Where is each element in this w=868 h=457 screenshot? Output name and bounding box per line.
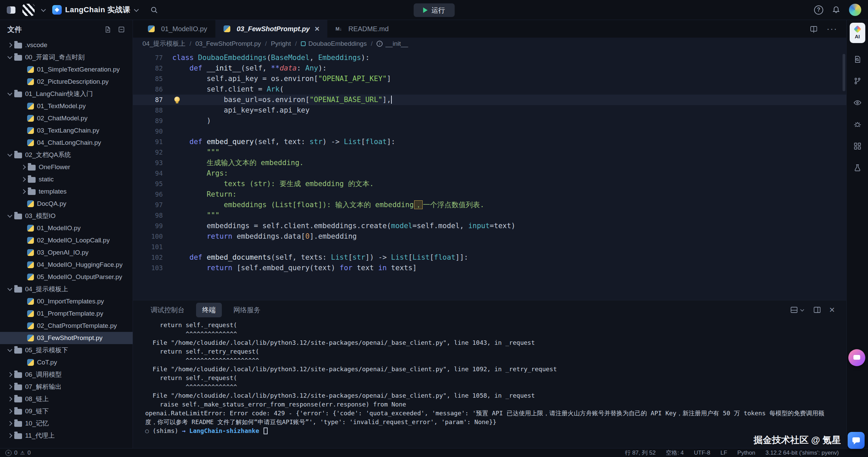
tree-file[interactable]: 03_TextLangChain.py [0, 124, 133, 137]
tree-folder[interactable]: 09_链下 [0, 405, 133, 417]
tab-01_ModelIO.py[interactable]: 01_ModelIO.py [140, 20, 215, 38]
tree-file[interactable]: 02_ChatModel.py [0, 112, 133, 124]
code-line-97[interactable]: 97 embeddings (List[float]): 输入文本的 embed… [133, 200, 846, 210]
breadcrumb-item[interactable]: 04_提示模板上 [142, 39, 186, 48]
code-editor[interactable]: 77class DoubaoEmbeddings(BaseModel, Embe… [133, 50, 846, 300]
new-file-icon[interactable] [104, 26, 112, 33]
tree-file[interactable]: 05_ModelIO_OutputParser.py [0, 271, 133, 283]
tree-file[interactable]: DocQA.py [0, 198, 133, 210]
code-line-98[interactable]: 98 """ [133, 210, 846, 221]
code-line-92[interactable]: 92 """ [133, 147, 846, 158]
trae-logo[interactable] [22, 4, 35, 16]
tree-folder[interactable]: 02_文档QA系统 [0, 149, 133, 161]
code-line-101[interactable]: 101 [133, 242, 846, 252]
tree-file[interactable]: 03_OpenAI_IO.py [0, 246, 133, 259]
tree-folder[interactable]: 05_提示模板下 [0, 344, 133, 356]
tree-folder[interactable]: 01_LangChain快速入门 [0, 88, 133, 100]
tree-folder[interactable]: 03_模型IO [0, 210, 133, 222]
search-icon[interactable] [150, 6, 158, 14]
tree-folder[interactable]: 08_链上 [0, 393, 133, 405]
panel-layout-icon[interactable] [790, 306, 805, 314]
code-line-82[interactable]: 82 def __init__(self, **data: Any): [133, 63, 846, 74]
tree-file[interactable]: 02_ModelIO_LoopCall.py [0, 234, 133, 246]
doc-search-icon[interactable] [850, 52, 865, 67]
status-item[interactable]: 3.12.2 64-bit ('shims': pyenv) [766, 450, 839, 456]
panel-tab-调试控制台[interactable]: 调试控制台 [144, 303, 191, 317]
notifications-icon[interactable] [832, 5, 840, 15]
collapse-folders-icon[interactable] [118, 26, 125, 33]
code-line-77[interactable]: 77class DoubaoEmbeddings(BaseModel, Embe… [133, 53, 846, 63]
editor-scrollbar[interactable] [843, 54, 845, 91]
code-line-89[interactable]: 89 ) [133, 116, 846, 126]
status-item[interactable]: 空格: 4 [666, 449, 684, 457]
code-line-96[interactable]: 96 Return: [133, 189, 846, 200]
breadcrumb-item[interactable]: __init__ [377, 40, 408, 47]
tests-icon[interactable] [850, 160, 865, 175]
status-item[interactable]: Python [737, 450, 755, 456]
breadcrumb-item[interactable]: Pyright [271, 40, 291, 47]
close-panel-icon[interactable]: × [829, 305, 835, 315]
code-line-100[interactable]: 100 return embeddings.data[0].embedding [133, 231, 846, 242]
code-line-91[interactable]: 91 def embed_query(self, text: str) -> L… [133, 137, 846, 147]
split-editor-icon[interactable] [810, 25, 818, 33]
sidebar-toggle-icon[interactable] [6, 5, 16, 15]
debug-icon[interactable] [850, 117, 865, 132]
lightbulb-icon[interactable] [174, 97, 180, 102]
tree-file[interactable]: 04_ModelIO_HuggingFace.py [0, 259, 133, 271]
tree-file[interactable]: 03_FewShotPrompt.py [0, 332, 133, 344]
code-line-102[interactable]: 102 def embed_documents(self, texts: Lis… [133, 252, 846, 263]
run-button[interactable]: 运行 [413, 3, 455, 17]
tree-folder[interactable]: 06_调用模型 [0, 369, 133, 381]
chevron-down-icon[interactable] [41, 7, 46, 13]
status-item[interactable]: UTF-8 [694, 450, 710, 456]
git-branch-icon[interactable] [850, 74, 865, 88]
tree-folder[interactable]: 00_开篇词_奇点时刻 [0, 51, 133, 63]
tree-file[interactable]: 02_PictureDescription.py [0, 76, 133, 88]
help-icon[interactable]: ? [814, 5, 823, 15]
tree-folder[interactable]: static [0, 173, 133, 185]
tree-folder[interactable]: .vscode [0, 39, 133, 51]
panel-tab-网络服务[interactable]: 网络服务 [227, 303, 267, 317]
panel-tab-终端[interactable]: 终端 [196, 303, 222, 317]
tree-folder[interactable]: 10_记忆 [0, 417, 133, 430]
tab-03_FewShotPrompt.py[interactable]: 03_FewShotPrompt.py× [215, 20, 328, 38]
tree-file[interactable]: 04_ChatLongChain.py [0, 137, 133, 149]
tree-folder[interactable]: 07_解析输出 [0, 381, 133, 393]
tree-file[interactable]: 01_TextModel.py [0, 100, 133, 112]
tree-file[interactable]: 00_ImportTemplates.py [0, 295, 133, 307]
avatar[interactable] [849, 4, 861, 16]
code-line-93[interactable]: 93 生成输入文本的 embedding. [133, 158, 846, 168]
code-line-85[interactable]: 85 self.api_key = os.environ["OPENAI_API… [133, 74, 846, 84]
more-actions-icon[interactable]: ··· [827, 24, 837, 34]
breadcrumb-item[interactable]: 03_FewShotPrompt.py [195, 40, 261, 47]
tree-file[interactable]: 01_PromptTemplate.py [0, 307, 133, 320]
code-line-95[interactable]: 95 texts (str): 要生成 embedding 的文本. [133, 179, 846, 189]
tree-folder[interactable]: 11_代理上 [0, 430, 133, 442]
code-line-103[interactable]: 103 return [self.embed_query(text) for t… [133, 263, 846, 273]
code-line-87[interactable]: 87 base_url=os.environ["OPENAI_BASE_URL"… [133, 95, 846, 105]
status-item[interactable]: 行 87, 列 52 [625, 449, 656, 457]
workspace-switcher[interactable]: LangChain 实战课 [52, 5, 139, 15]
breadcrumb-item[interactable]: DoubaoEmbeddings [301, 40, 367, 47]
terminal-output[interactable]: return self._request( ^^^^^^^^^^^^^^ Fil… [133, 319, 846, 448]
extensions-icon[interactable] [850, 139, 865, 154]
preview-icon[interactable] [850, 95, 865, 110]
tree-folder[interactable]: 04_提示模板上 [0, 283, 133, 295]
feedback-fab[interactable] [848, 432, 865, 449]
tree-folder[interactable]: OneFlower [0, 161, 133, 173]
tree-file[interactable]: 02_ChatPromptTemplate.py [0, 320, 133, 332]
tree-file[interactable]: 01_ModelIO.py [0, 222, 133, 234]
tree-file[interactable]: 01_SimpleTextGeneration.py [0, 63, 133, 76]
mascot-fab[interactable] [848, 349, 865, 366]
tab-README.md[interactable]: README.md [327, 20, 397, 38]
code-line-99[interactable]: 99 embeddings = self.client.embeddings.c… [133, 221, 846, 231]
ai-assistant-button[interactable]: AI [850, 23, 865, 43]
split-panel-icon[interactable] [813, 306, 821, 314]
problems-summary[interactable]: 0 0 [5, 450, 31, 456]
code-line-86[interactable]: 86 self.client = Ark( [133, 84, 846, 95]
code-line-88[interactable]: 88 api_key=self.api_key [133, 105, 846, 116]
code-line-90[interactable]: 90 [133, 126, 846, 137]
close-icon[interactable]: × [314, 25, 319, 33]
tree-file[interactable]: CoT.py [0, 356, 133, 369]
status-item[interactable]: LF [720, 450, 727, 456]
